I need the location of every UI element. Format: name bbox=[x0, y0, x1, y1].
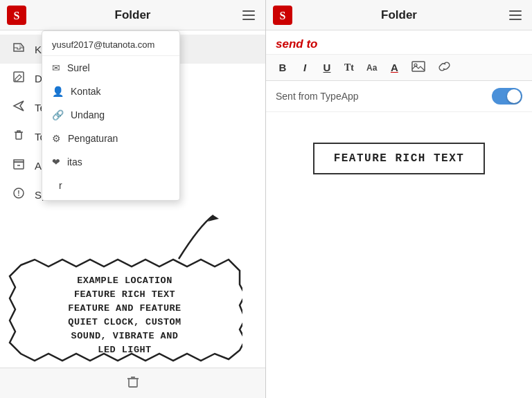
signature-row: Sent from TypeApp bbox=[266, 81, 532, 112]
callout-container: EXAMPLE LOCATION FEATURE RICH TEXT FEATU… bbox=[7, 257, 258, 367]
svg-text:!: ! bbox=[17, 190, 19, 197]
hamburger-line-1 bbox=[242, 10, 255, 12]
send-to-label: send to bbox=[276, 37, 317, 51]
svg-text:SOUND, VIBRATE AND: SOUND, VIBRATE AND bbox=[71, 331, 179, 341]
right-header: S Folder bbox=[266, 0, 532, 30]
rich-toolbar: B I U Tt Aa A bbox=[266, 55, 532, 81]
inbox-icon bbox=[11, 42, 26, 57]
heart-icon: ❤ bbox=[52, 156, 60, 168]
right-panel: S Folder send to B I U Tt Aa A Sent from… bbox=[266, 0, 532, 398]
signature-label: Sent from TypeApp bbox=[276, 91, 359, 102]
dropdown-extra-label: r bbox=[59, 180, 62, 191]
right-hamburger-line-1 bbox=[509, 10, 522, 12]
left-bottom-bar bbox=[0, 368, 265, 398]
left-panel: S Folder Kotak masuk Draf Terki bbox=[0, 0, 266, 398]
send-to-row: send to bbox=[266, 30, 532, 55]
dropdown-item-invite[interactable]: 🔗 Undang bbox=[42, 103, 179, 127]
sent-icon bbox=[11, 100, 26, 115]
dropdown-item-email[interactable]: ✉ Surel bbox=[42, 56, 179, 80]
toolbar-bold-btn[interactable]: B bbox=[274, 60, 291, 75]
toolbar-textcolor-btn[interactable]: A bbox=[386, 60, 402, 75]
left-header: S Folder bbox=[0, 0, 265, 30]
dropdown-favorites-label: itas bbox=[67, 156, 82, 168]
envelope-icon: ✉ bbox=[52, 62, 60, 73]
right-logo: S bbox=[273, 6, 292, 25]
feature-rich-text-box: FEATURE RICH TEXT bbox=[313, 143, 486, 174]
toolbar-underline-btn[interactable]: U bbox=[319, 60, 335, 75]
callout-bubble-svg: EXAMPLE LOCATION FEATURE RICH TEXT FEATU… bbox=[7, 257, 242, 364]
dropdown-item-settings[interactable]: ⚙ Pengaturan bbox=[42, 127, 179, 150]
svg-rect-5 bbox=[14, 160, 24, 162]
archive-icon bbox=[11, 158, 26, 173]
toolbar-image-btn[interactable] bbox=[408, 59, 429, 76]
settings-icon: ⚙ bbox=[52, 133, 61, 144]
account-dropdown: yusuf2017@tutanota.com ✉ Surel 👤 Kontak … bbox=[42, 30, 180, 201]
hamburger-line-2 bbox=[242, 15, 255, 16]
svg-text:QUIET CLOCK, CUSTOM: QUIET CLOCK, CUSTOM bbox=[68, 317, 181, 327]
signature-toggle[interactable] bbox=[492, 88, 522, 105]
contacts-icon: 👤 bbox=[52, 86, 64, 97]
right-hamburger-line-3 bbox=[509, 19, 522, 20]
svg-text:FEATURE AND FEATURE: FEATURE AND FEATURE bbox=[68, 303, 181, 314]
right-header-title: Folder bbox=[381, 8, 417, 22]
dropdown-email-label: Surel bbox=[67, 62, 90, 73]
left-hamburger-menu[interactable] bbox=[240, 7, 257, 24]
drafts-icon bbox=[11, 71, 26, 86]
bottom-trash-icon bbox=[125, 374, 141, 392]
svg-text:S: S bbox=[280, 10, 286, 21]
toolbar-strikethrough-btn[interactable]: Tt bbox=[341, 60, 357, 75]
right-hamburger-menu[interactable] bbox=[507, 7, 524, 24]
dropdown-settings-label: Pengaturan bbox=[68, 133, 118, 144]
left-logo: S bbox=[7, 6, 26, 25]
editor-area[interactable]: FEATURE RICH TEXT bbox=[266, 112, 532, 398]
svg-text:EXAMPLE LOCATION: EXAMPLE LOCATION bbox=[77, 275, 172, 286]
svg-rect-3 bbox=[16, 132, 21, 139]
svg-text:LED LIGHT: LED LIGHT bbox=[98, 345, 151, 355]
svg-rect-19 bbox=[412, 62, 425, 71]
dropdown-email: yusuf2017@tutanota.com bbox=[42, 34, 179, 56]
left-header-title: Folder bbox=[115, 8, 151, 22]
dropdown-item-extra[interactable]: r bbox=[42, 174, 179, 197]
trash-icon bbox=[11, 129, 26, 144]
right-hamburger-line-2 bbox=[509, 15, 522, 16]
send-to-input[interactable] bbox=[321, 39, 522, 51]
dropdown-invite-label: Undang bbox=[71, 109, 105, 120]
share-icon: 🔗 bbox=[52, 109, 64, 120]
dropdown-item-contacts[interactable]: 👤 Kontak bbox=[42, 80, 179, 103]
toolbar-link-btn[interactable] bbox=[434, 59, 455, 76]
toolbar-smalltext-btn[interactable]: Aa bbox=[363, 61, 380, 75]
toolbar-italic-btn[interactable]: I bbox=[296, 60, 313, 75]
dropdown-item-favorites[interactable]: ❤ itas bbox=[42, 150, 179, 174]
spam-icon: ! bbox=[11, 187, 26, 202]
svg-text:FEATURE RICH TEXT: FEATURE RICH TEXT bbox=[74, 289, 175, 300]
hamburger-line-3 bbox=[242, 19, 255, 20]
dropdown-contacts-label: Kontak bbox=[71, 86, 101, 97]
svg-rect-16 bbox=[129, 379, 137, 387]
toggle-knob bbox=[507, 89, 521, 103]
svg-text:S: S bbox=[14, 10, 20, 21]
